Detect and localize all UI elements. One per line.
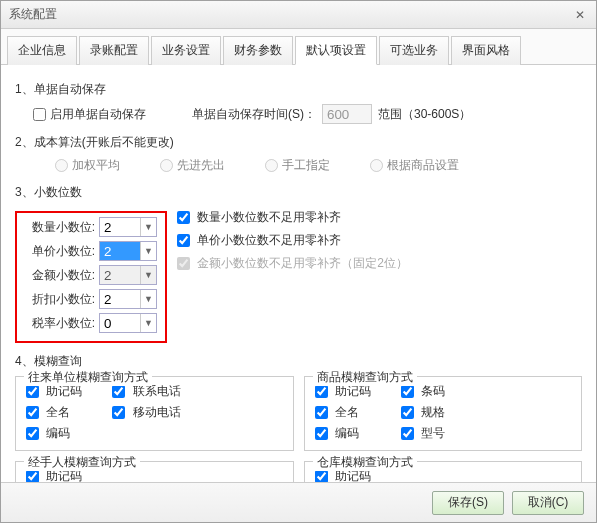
fuzzy-check[interactable]: 全名: [315, 404, 371, 421]
fieldset: 仓库模糊查询方式 助记码 全名 编码: [304, 461, 583, 482]
cost-algo-radio-2: 手工指定: [265, 157, 330, 174]
fieldset-legend: 往来单位模糊查询方式: [24, 369, 152, 386]
fuzzy-check[interactable]: 全名: [26, 404, 82, 421]
chevron-down-icon: ▼: [140, 266, 156, 284]
fuzzy-check[interactable]: 移动电话: [112, 404, 180, 421]
autosave-time-input[interactable]: [322, 104, 372, 124]
tab-2[interactable]: 业务设置: [151, 36, 221, 65]
autosave-range-label: 范围（30-600S）: [378, 106, 471, 123]
fuzzy-check[interactable]: 编码: [26, 425, 82, 442]
fuzzy-check[interactable]: 规格: [401, 404, 445, 421]
decimal-label-2: 金额小数位:: [25, 267, 95, 284]
fuzzy-check[interactable]: 编码: [315, 425, 371, 442]
decimal-combo-0[interactable]: ▼: [99, 217, 157, 237]
decimal-combo-4[interactable]: ▼: [99, 313, 157, 333]
decimal-label-1: 单价小数位:: [25, 243, 95, 260]
fieldset-legend: 仓库模糊查询方式: [313, 454, 417, 471]
tab-3[interactable]: 财务参数: [223, 36, 293, 65]
cancel-button[interactable]: 取消(C): [512, 491, 584, 515]
chevron-down-icon: ▼: [140, 290, 156, 308]
fieldset: 商品模糊查询方式 助记码 全名 编码 条码 规格 型号: [304, 376, 583, 451]
decimal-label-4: 税率小数位:: [25, 315, 95, 332]
section4-title: 4、模糊查询: [15, 353, 582, 370]
cost-algo-radio-3: 根据商品设置: [370, 157, 459, 174]
fieldset: 往来单位模糊查询方式 助记码 全名 编码 联系电话 移动电话: [15, 376, 294, 451]
decimal-label-3: 折扣小数位:: [25, 291, 95, 308]
close-icon[interactable]: ✕: [572, 7, 588, 23]
tab-1[interactable]: 录账配置: [79, 36, 149, 65]
enable-autosave-checkbox[interactable]: 启用单据自动保存: [33, 106, 146, 123]
chevron-down-icon: ▼: [140, 314, 156, 332]
section1-title: 1、单据自动保存: [15, 81, 582, 98]
decimal-combo-1[interactable]: ▼: [99, 241, 157, 261]
section3-title: 3、小数位数: [15, 184, 582, 201]
autosave-time-label: 单据自动保存时间(S)：: [192, 106, 316, 123]
tab-0[interactable]: 企业信息: [7, 36, 77, 65]
cost-algo-radio-1: 先进先出: [160, 157, 225, 174]
chevron-down-icon: ▼: [140, 218, 156, 236]
fuzzy-check[interactable]: 型号: [401, 425, 445, 442]
fieldset: 经手人模糊查询方式 助记码 全名 编码: [15, 461, 294, 482]
cost-algo-radio-0: 加权平均: [55, 157, 120, 174]
decimal-combo-2: ▼: [99, 265, 157, 285]
fieldset-legend: 经手人模糊查询方式: [24, 454, 140, 471]
decimal-check-0[interactable]: 数量小数位数不足用零补齐: [177, 209, 408, 226]
decimal-check-2: 金额小数位数不足用零补齐（固定2位）: [177, 255, 408, 272]
save-button[interactable]: 保存(S): [432, 491, 504, 515]
window-title: 系统配置: [9, 6, 572, 23]
fieldset-legend: 商品模糊查询方式: [313, 369, 417, 386]
section2-title: 2、成本算法(开账后不能更改): [15, 134, 582, 151]
decimal-highlight-box: 数量小数位:▼单价小数位:▼金额小数位:▼折扣小数位:▼税率小数位:▼: [15, 211, 167, 343]
tab-4[interactable]: 默认项设置: [295, 36, 377, 65]
tab-6[interactable]: 界面风格: [451, 36, 521, 65]
decimal-label-0: 数量小数位:: [25, 219, 95, 236]
decimal-check-1[interactable]: 单价小数位数不足用零补齐: [177, 232, 408, 249]
tab-5[interactable]: 可选业务: [379, 36, 449, 65]
chevron-down-icon: ▼: [140, 242, 156, 260]
decimal-combo-3[interactable]: ▼: [99, 289, 157, 309]
